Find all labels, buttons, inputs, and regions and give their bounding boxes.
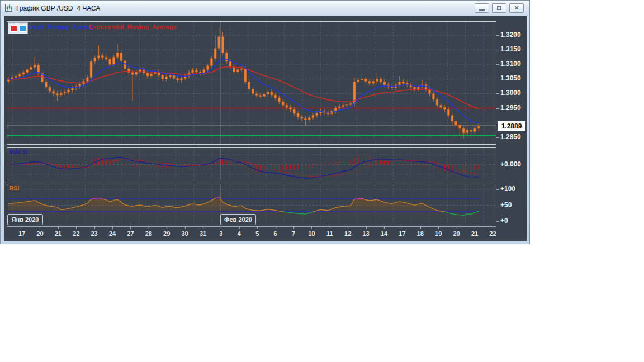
x-axis-tick — [276, 226, 276, 229]
price-axis-label: 1.3200 — [500, 31, 521, 39]
x-axis-tick — [239, 226, 240, 229]
x-axis-tick — [330, 226, 330, 229]
x-axis-tick — [311, 226, 312, 229]
chart-overlay: MACD RSI ential_Moving_Average Exponenti… — [1, 1, 531, 245]
x-axis-tick — [203, 226, 203, 229]
x-axis-tick — [348, 226, 348, 229]
price-axis-label: 1.3100 — [500, 60, 521, 68]
rsi-axis-label: +100 — [500, 185, 515, 193]
x-axis-tick — [366, 226, 367, 229]
rsi-axis-tick — [496, 221, 499, 222]
price-axis-label: 1.3050 — [500, 74, 521, 82]
x-axis-date-label: 17 — [15, 230, 29, 237]
month-label-feb[interactable]: Фев 2020 — [220, 214, 256, 225]
x-axis-tick — [40, 226, 40, 229]
x-axis-line — [7, 226, 496, 227]
x-axis-date-label: 20 — [449, 230, 464, 237]
rsi-axis-tick — [496, 206, 499, 206]
current-price-box: 1.2889 — [498, 121, 525, 131]
price-axis-tick — [496, 137, 499, 138]
price-axis-label: 1.2850 — [500, 133, 521, 141]
price-chart-panel[interactable] — [7, 21, 496, 145]
price-axis-label: 1.3000 — [500, 89, 521, 97]
x-axis-date-label: 29 — [159, 230, 174, 237]
desktop: График GBP /USD 4 ЧАСА ✕ MACD RSI — [0, 0, 644, 362]
x-axis-date-label: 27 — [123, 230, 138, 237]
buy-swatch-button[interactable] — [19, 25, 26, 32]
legend-toolbar — [8, 22, 28, 34]
rsi-axis-label: +50 — [500, 201, 512, 209]
x-axis-date-label: 22 — [69, 230, 83, 237]
legend-ema-slow: Exponential_Moving_Average — [89, 23, 176, 30]
x-axis-tick — [22, 226, 22, 229]
x-axis-date-label: 13 — [359, 230, 373, 237]
macd-label: MACD — [9, 149, 27, 155]
x-axis-date-label: 24 — [105, 230, 120, 237]
legend-ema-fast: ential_Moving_Average — [28, 23, 96, 30]
x-axis-date-label: 22 — [485, 230, 500, 237]
x-axis-tick — [257, 226, 258, 229]
price-chart[interactable] — [7, 22, 496, 144]
x-axis-tick — [493, 226, 493, 229]
x-axis-tick — [58, 226, 59, 229]
x-axis-date-label: 11 — [323, 230, 337, 237]
x-axis-tick — [76, 226, 77, 229]
macd-axis-label: +0.000 — [500, 160, 521, 168]
x-axis-date-label: 19 — [431, 230, 446, 237]
price-axis-tick — [496, 79, 499, 79]
x-axis-tick — [185, 226, 186, 229]
x-axis-tick — [293, 226, 294, 229]
x-axis-tick — [94, 226, 95, 229]
x-axis-date-label: 31 — [196, 230, 210, 237]
price-axis-label: 1.2950 — [500, 104, 521, 112]
rsi-axis-tick — [496, 189, 499, 190]
x-axis-date-label: 21 — [467, 230, 482, 237]
x-axis-date-label: 20 — [32, 230, 47, 237]
x-axis-tick — [457, 226, 457, 229]
price-axis-tick — [496, 108, 499, 109]
price-axis-tick — [496, 64, 499, 65]
x-axis-date-label: 14 — [377, 230, 391, 237]
x-axis-tick — [475, 226, 475, 229]
x-axis-date-label: 6 — [268, 230, 283, 237]
x-axis-tick — [112, 226, 113, 229]
x-axis-tick — [149, 226, 149, 229]
x-axis-tick — [130, 226, 131, 229]
x-axis-tick — [420, 226, 421, 229]
month-label-jan[interactable]: Янв 2020 — [7, 214, 43, 225]
x-axis-date-label: 10 — [304, 230, 319, 237]
macd-chart[interactable] — [7, 148, 496, 180]
price-axis-tick — [496, 93, 499, 94]
price-axis-label: 1.3150 — [500, 45, 521, 53]
price-axis-tick — [496, 50, 499, 50]
month-label-jan-text: Янв 2020 — [12, 216, 39, 223]
rsi-axis-label: +0 — [500, 217, 508, 225]
x-axis-date-label: 5 — [250, 230, 264, 237]
x-axis-date-label: 4 — [232, 230, 247, 237]
x-axis-date-label: 12 — [340, 230, 355, 237]
x-axis-date-label: 17 — [395, 230, 409, 237]
x-axis-tick — [402, 226, 402, 229]
x-axis-tick — [384, 226, 385, 229]
price-axis-tick — [496, 35, 499, 36]
macd-axis-tick — [496, 165, 499, 165]
rsi-label: RSI — [9, 185, 19, 192]
x-axis-date-label: 7 — [286, 230, 301, 237]
chart-window: График GBP /USD 4 ЧАСА ✕ MACD RSI — [0, 0, 530, 244]
x-axis-date-label: 30 — [178, 230, 192, 237]
macd-panel[interactable] — [7, 147, 496, 180]
month-label-feb-text: Фев 2020 — [224, 216, 252, 223]
x-axis-date-label: 21 — [51, 230, 65, 237]
x-axis-tick — [438, 226, 439, 229]
sell-swatch-button[interactable] — [10, 25, 17, 32]
x-axis-tick — [167, 226, 167, 229]
x-axis-date-label: 23 — [87, 230, 102, 237]
x-axis-date-label: 3 — [214, 230, 228, 237]
x-axis-tick — [221, 226, 221, 229]
x-axis-date-label: 18 — [413, 230, 428, 237]
x-axis-date-label: 28 — [141, 230, 156, 237]
